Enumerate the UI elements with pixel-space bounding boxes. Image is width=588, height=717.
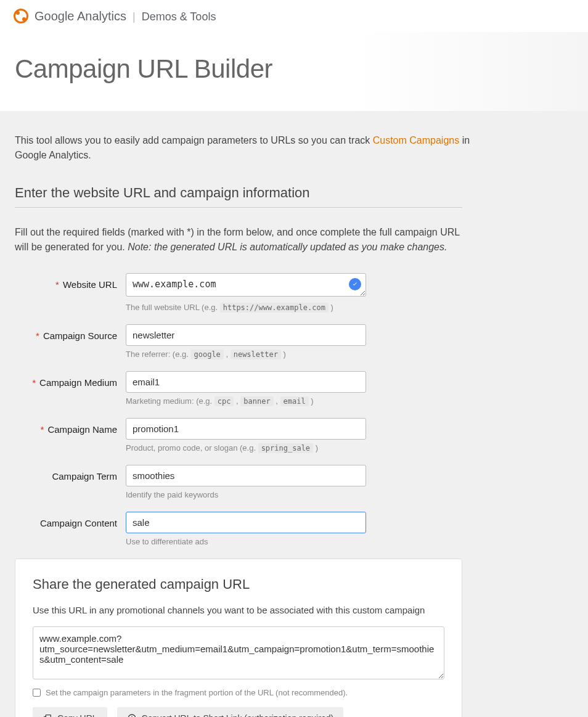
label-campaign-source: *Campaign Source xyxy=(15,324,126,341)
row-campaign-term: Campaign Term Identify the paid keywords xyxy=(15,465,573,499)
intro-text: This tool allows you to easily add campa… xyxy=(15,133,477,163)
refresh-icon xyxy=(127,713,137,717)
row-campaign-medium: *Campaign Medium Marketing medium: (e.g.… xyxy=(15,371,573,406)
hint-campaign-source: The referrer: (e.g. google , newsletter … xyxy=(126,350,366,359)
fragment-checkbox[interactable] xyxy=(33,689,41,697)
label-campaign-medium: *Campaign Medium xyxy=(15,371,126,388)
convert-url-button[interactable]: Convert URL to Short Link (authorization… xyxy=(117,707,344,717)
input-campaign-term[interactable] xyxy=(126,465,366,486)
brand-tools: Demos & Tools xyxy=(142,10,216,23)
input-campaign-source[interactable] xyxy=(126,324,366,346)
input-campaign-name[interactable] xyxy=(126,418,366,440)
ga-logo-icon xyxy=(14,9,28,23)
label-campaign-name: *Campaign Name xyxy=(15,418,126,435)
section-heading: Enter the website URL and campaign infor… xyxy=(15,185,462,208)
form: *Website URL www.example.com The full we… xyxy=(15,273,573,546)
label-website-url: *Website URL xyxy=(15,273,126,290)
hint-campaign-name: Product, promo code, or slogan (e.g. spr… xyxy=(126,443,366,453)
input-campaign-content[interactable] xyxy=(126,512,366,533)
clipboard-icon xyxy=(43,713,52,717)
hint-campaign-term: Identify the paid keywords xyxy=(126,490,366,499)
generated-url-textarea[interactable]: www.example.com?utm_source=newsletter&ut… xyxy=(33,626,444,679)
valid-check-icon xyxy=(349,278,361,290)
header-bar: Google Analytics | Demos & Tools xyxy=(0,0,588,32)
title-section: Campaign URL Builder xyxy=(0,32,588,111)
page-title: Campaign URL Builder xyxy=(15,54,573,84)
row-campaign-name: *Campaign Name Product, promo code, or s… xyxy=(15,418,573,453)
label-campaign-content: Campaign Content xyxy=(15,512,126,528)
brand-text: Google Analytics | Demos & Tools xyxy=(35,9,216,23)
custom-campaigns-link[interactable]: Custom Campaigns xyxy=(373,135,460,145)
share-title: Share the generated campaign URL xyxy=(33,576,444,592)
row-campaign-content: Campaign Content Use to differentiate ad… xyxy=(15,512,573,546)
row-website-url: *Website URL www.example.com The full we… xyxy=(15,273,573,312)
copy-url-button[interactable]: Copy URL xyxy=(33,707,107,717)
label-campaign-term: Campaign Term xyxy=(15,465,126,481)
share-desc: Use this URL in any promotional channels… xyxy=(33,605,444,615)
fragment-label: Set the campaign parameters in the fragm… xyxy=(46,688,348,697)
share-box: Share the generated campaign URL Use thi… xyxy=(15,559,462,717)
hint-campaign-medium: Marketing medium: (e.g. cpc , banner , e… xyxy=(126,396,366,406)
row-campaign-source: *Campaign Source The referrer: (e.g. goo… xyxy=(15,324,573,359)
brand-separator: | xyxy=(133,10,136,23)
hint-campaign-content: Use to differentiate ads xyxy=(126,537,366,546)
input-website-url[interactable]: www.example.com xyxy=(126,273,366,297)
fill-instructions: Fill out the required fields (marked wit… xyxy=(15,225,465,255)
brand-google: Google Analytics xyxy=(35,9,126,23)
hint-website-url: The full website URL (e.g. https://www.e… xyxy=(126,303,366,312)
input-campaign-medium[interactable] xyxy=(126,371,366,393)
